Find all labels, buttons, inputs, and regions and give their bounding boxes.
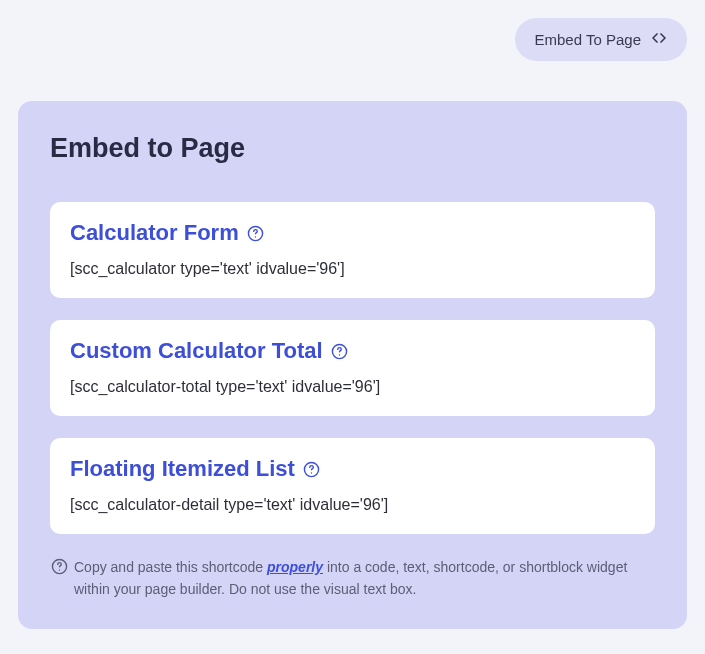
top-bar: Embed To Page [18,18,687,61]
footer-text: Copy and paste this shortcode properly i… [74,556,655,601]
footer-note: Copy and paste this shortcode properly i… [50,556,655,601]
card-custom-total: Custom Calculator Total [scc_calculator-… [50,320,655,416]
embed-button-label: Embed To Page [535,31,641,48]
card-floating-list: Floating Itemized List [scc_calculator-d… [50,438,655,534]
code-icon [651,30,667,49]
card-title: Custom Calculator Total [70,338,323,364]
card-title-row: Custom Calculator Total [70,338,635,364]
shortcode-text[interactable]: [scc_calculator-detail type='text' idval… [70,496,635,514]
card-title-row: Floating Itemized List [70,456,635,482]
card-title: Floating Itemized List [70,456,295,482]
footer-link-properly[interactable]: properly [267,559,323,575]
embed-to-page-button[interactable]: Embed To Page [515,18,687,61]
footer-pre: Copy and paste this shortcode [74,559,267,575]
help-icon[interactable] [50,557,68,575]
help-icon[interactable] [303,460,321,478]
card-title-row: Calculator Form [70,220,635,246]
help-icon[interactable] [247,224,265,242]
card-calculator-form: Calculator Form [scc_calculator type='te… [50,202,655,298]
panel-title: Embed to Page [50,133,655,164]
shortcode-text[interactable]: [scc_calculator-total type='text' idvalu… [70,378,635,396]
embed-panel: Embed to Page Calculator Form [scc_calcu… [18,101,687,629]
help-icon[interactable] [331,342,349,360]
shortcode-text[interactable]: [scc_calculator type='text' idvalue='96'… [70,260,635,278]
card-title: Calculator Form [70,220,239,246]
